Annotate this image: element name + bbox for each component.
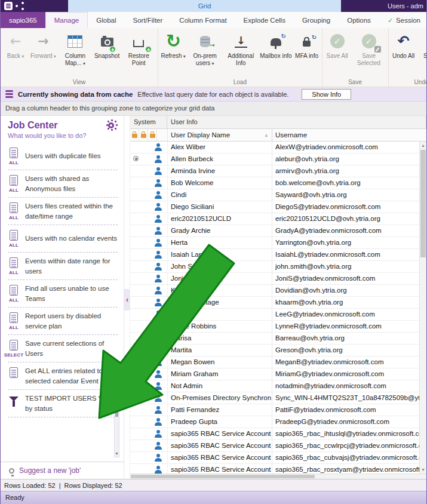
on-prem-users-button[interactable]: On-prem users ▾ [187, 30, 223, 68]
tab-sapio365[interactable]: sapio365 [1, 12, 45, 28]
table-row[interactable]: Alex WilberAlexW@ytriadev.onmicrosoft.co… [130, 142, 419, 153]
job-scrollbar-thumb[interactable] [115, 388, 118, 417]
display-name-cell[interactable]: Joni Sherman [167, 273, 272, 284]
display-name-cell[interactable]: Kari [167, 285, 272, 296]
tab-grouping[interactable]: Grouping [294, 12, 339, 28]
job-center-footer[interactable]: Suggest a new 'job' [1, 462, 124, 479]
table-row[interactable]: Miriam GrahamMiriamG@ytriadev.onmicrosof… [130, 368, 419, 380]
table-row[interactable]: Patti FernandezPattiF@ytriadev.onmicroso… [130, 404, 419, 416]
username-cell[interactable]: bob.welcome@ovh.ytria.org [272, 177, 419, 189]
table-row[interactable]: Isaiah LangerIsaiahL@ytriadev.onmicrosof… [130, 249, 419, 261]
table-row[interactable]: sapio365 RBAC Service Accountsapio365_rb… [130, 464, 419, 474]
username-cell[interactable]: AlexW@ytriadev.onmicrosoft.com [272, 142, 419, 153]
save-selected-button[interactable]: Save Selected [351, 30, 387, 68]
display-name-cell[interactable]: Allen Burbeck [167, 153, 272, 165]
table-row[interactable]: KariDovidian@ovh.ytria.org [130, 285, 419, 297]
display-name-cell[interactable]: sapio365 RBAC Service Account [167, 452, 272, 463]
display-name-cell[interactable]: eric20210512UCLD [167, 213, 272, 225]
username-cell[interactable]: Sync_WIN-L4HMTQ2S23T_10a84782509b@ytriad [272, 392, 419, 404]
table-row[interactable]: sapio365 RBAC Service Accountsapio365_rb… [130, 452, 419, 464]
display-name-cell[interactable]: Pradeep Gupta [167, 416, 272, 428]
display-name-cell[interactable]: Not Admin [167, 380, 272, 392]
username-cell[interactable]: eric20210512UCLD@ovh.ytria.org [272, 213, 419, 225]
column-header-username[interactable]: Username [272, 129, 426, 141]
username-cell[interactable]: alebur@ovh.ytria.org [272, 153, 419, 165]
username-cell[interactable]: khaarm@ovh.ytria.org [272, 297, 419, 308]
username-cell[interactable]: Yarrington@ovh.ytria.org [272, 237, 419, 248]
band-header-user-info[interactable]: User Info [167, 116, 426, 129]
display-name-cell[interactable]: Megan Bowen [167, 357, 272, 368]
scroll-down-icon[interactable]: ▼ [420, 466, 426, 474]
table-row[interactable]: eric20210512UCLDeric20210512UCLD@ovh.ytr… [130, 213, 419, 225]
display-name-cell[interactable]: John Smith [167, 261, 272, 272]
display-name-cell[interactable]: Isaiah Langer [167, 249, 272, 260]
username-cell[interactable]: Barreau@ovh.ytria.org [272, 333, 419, 344]
table-row[interactable]: Diego SicilianiDiegoS@ytriadev.onmicroso… [130, 201, 419, 213]
username-cell[interactable]: LynneR@ytriadev.onmicrosoft.com [272, 321, 419, 332]
refresh-button[interactable]: ↻Refresh ▾ [159, 30, 187, 61]
username-cell[interactable]: sapio365_rbac_ccwlrpcj@ytriadev.onmicros… [272, 440, 419, 451]
display-name-cell[interactable]: Diego Siciliani [167, 201, 272, 213]
job-item[interactable]: TEST IMPORT USERS View by status [8, 390, 118, 417]
job-list-scrollbar[interactable]: ▼ [114, 386, 119, 457]
display-name-cell[interactable]: Lee Gu [167, 309, 272, 320]
grid-horizontal-scrollbar[interactable] [130, 474, 426, 479]
table-row[interactable]: Joni ShermanJoniS@ytriadev.onmicrosoft.c… [130, 273, 419, 285]
back-button[interactable]: ←Back ▾ [2, 30, 29, 61]
table-row[interactable]: HertaYarrington@ovh.ytria.org [130, 237, 419, 249]
display-name-cell[interactable]: Marisa [167, 333, 272, 344]
undo-all-button[interactable]: ↶Undo All [390, 30, 417, 61]
snapshot-button[interactable]: +Snapshot [93, 30, 121, 61]
username-cell[interactable]: notadmin@ytriadev.onmicrosoft.com [272, 380, 419, 392]
table-row[interactable]: On-Premises Directory SynchronSync_WIN-L… [130, 392, 419, 404]
panel-splitter[interactable]: ‹ [124, 116, 130, 479]
restore-point-button[interactable]: +Restore Point [121, 30, 156, 68]
username-cell[interactable]: MeganB@ytriadev.onmicrosoft.com [272, 357, 419, 368]
job-item[interactable]: ALLUsers with no calendar events [8, 225, 118, 253]
show-info-button[interactable]: Show Info [302, 89, 351, 100]
username-cell[interactable]: LeeG@ytriadev.onmicrosoft.com [272, 309, 419, 320]
display-name-cell[interactable]: Grady Archie [167, 225, 272, 236]
tab-manage[interactable]: Manage [45, 12, 88, 28]
username-cell[interactable]: Sayward@ovh.ytria.org [272, 189, 419, 201]
table-row[interactable]: Not Adminnotadmin@ytriadev.onmicrosoft.c… [130, 380, 419, 392]
username-cell[interactable]: DiegoS@ytriadev.onmicrosoft.com [272, 201, 419, 213]
additional-info-button[interactable]: ↓Additional Info [223, 30, 259, 68]
tab-options[interactable]: Options [339, 12, 379, 28]
column-header-display-name[interactable]: User Display Name ▲ [167, 129, 272, 141]
display-name-cell[interactable]: On-Premises Directory Synchron [167, 392, 272, 404]
display-name-cell[interactable]: Cindi [167, 189, 272, 201]
username-cell[interactable]: armirv@ovh.ytria.org [272, 165, 419, 177]
job-item[interactable]: SELECTSave current selections of Users [8, 335, 118, 362]
grid-scrollbar-thumb[interactable] [420, 150, 426, 257]
display-name-cell[interactable]: Lynne Robbins [167, 321, 272, 332]
job-item[interactable]: ALLFind all users unable to use Teams [8, 280, 118, 308]
column-map-button[interactable]: Column Map... ▾ [57, 30, 93, 68]
collapse-panel-chevron-icon[interactable]: ‹ [124, 289, 130, 311]
table-row[interactable]: Megan BowenMeganB@ytriadev.onmicrosoft.c… [130, 357, 419, 368]
lock-column-3[interactable] [148, 129, 157, 141]
display-name-cell[interactable]: Patti Fernandez [167, 404, 272, 416]
mailbox-info-button[interactable]: Mailbox info [259, 30, 293, 61]
tab-sort-filter[interactable]: Sort/Filter [125, 12, 171, 28]
job-item[interactable]: ALLUsers with shared as Anonymous files [8, 170, 118, 198]
table-row[interactable]: Khalid Armitagekhaarm@ovh.ytria.org [130, 297, 419, 309]
job-scrollbar-down-icon[interactable]: ▼ [115, 451, 119, 457]
mfa-info-button[interactable]: MFA info [293, 30, 321, 61]
display-name-cell[interactable]: Khalid Armitage [167, 297, 272, 308]
forward-button[interactable]: →Forward ▾ [29, 30, 57, 61]
grouping-zone[interactable]: Drag a column header to this grouping zo… [1, 102, 426, 116]
table-row[interactable]: CindiSayward@ovh.ytria.org [130, 189, 419, 201]
username-cell[interactable]: MiriamG@ytriadev.onmicrosoft.com [272, 368, 419, 380]
display-name-cell[interactable]: Herta [167, 237, 272, 248]
tab-global[interactable]: Global [88, 12, 124, 28]
username-cell[interactable]: Dovidian@ovh.ytria.org [272, 285, 419, 296]
selected-rows-button[interactable]: ↶Selected Rows [417, 30, 426, 68]
display-name-cell[interactable]: Arminda Irvine [167, 165, 272, 177]
lock-column-1[interactable] [130, 129, 139, 141]
table-row[interactable]: Grady ArchieGradyA@ytriadev.onmicrosoft.… [130, 225, 419, 237]
tab-column-format[interactable]: Column Format [171, 12, 235, 28]
table-row[interactable]: sapio365 RBAC Service Accountsapio365_rb… [130, 428, 419, 440]
display-name-cell[interactable]: Alex Wilber [167, 142, 272, 153]
table-row[interactable]: John Smithjohn.smith@ovh.ytria.org [130, 261, 419, 273]
